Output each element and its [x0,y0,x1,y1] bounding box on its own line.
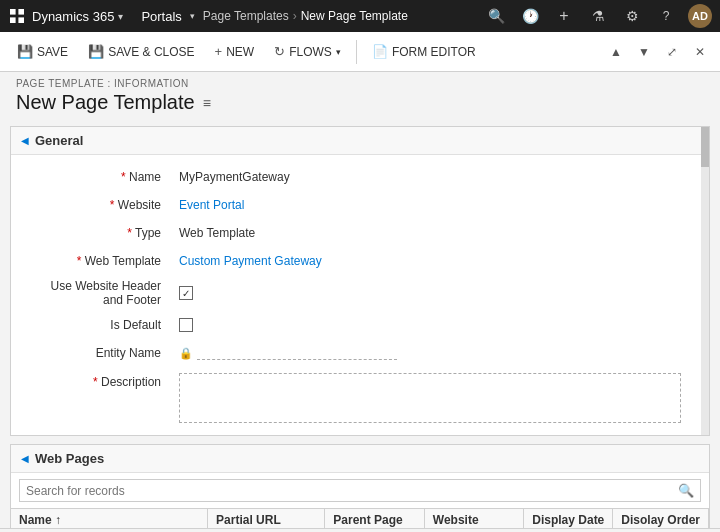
svg-rect-3 [18,17,24,23]
grid-icon[interactable] [8,7,26,25]
type-value[interactable]: Web Template [171,224,709,242]
web-pages-title: Web Pages [35,451,104,466]
web-pages-triangle: ◀ [21,453,29,464]
form-editor-label: FORM EDITOR [392,45,476,59]
website-label: Website [11,196,171,214]
general-title: General [35,133,83,148]
description-row: Description [11,367,709,427]
flows-icon: ↻ [274,44,285,59]
save-close-label: SAVE & CLOSE [108,45,194,59]
website-value[interactable]: Event Portal [171,196,709,214]
col-url[interactable]: Partial URL [208,509,325,528]
type-row: Type Web Template [11,219,709,247]
svg-rect-1 [18,9,24,15]
type-label: Type [11,224,171,242]
clock-icon[interactable]: 🕐 [518,4,542,28]
svg-rect-0 [10,9,16,15]
entity-name-input[interactable] [197,346,397,360]
breadcrumb-current: New Page Template [301,9,408,23]
app-name[interactable]: Dynamics 365 [32,9,114,24]
use-header-footer-checkbox[interactable] [179,286,193,300]
page-header-label: PAGE TEMPLATE : INFORMATION [16,78,704,89]
plus-icon[interactable]: + [552,4,576,28]
portals-nav[interactable]: Portals ▾ [135,9,202,24]
page-header-title: New Page Template ≡ [16,91,704,118]
nav-more-button[interactable]: ✕ [688,40,712,64]
general-scroll-thumb[interactable] [701,127,709,167]
lock-icon: 🔒 [179,347,193,360]
app-chevron: ▾ [118,11,123,22]
table-header: Name ↑ Partial URL Parent Page Website D… [11,508,709,528]
col-display-order[interactable]: Disolay Order [613,509,709,528]
gear-icon[interactable]: ⚙ [620,4,644,28]
toolbar-right: ▲ ▼ ⤢ ✕ [604,40,712,64]
new-icon: + [215,44,223,59]
nav-icons-right: 🔍 🕐 + ⚗ ⚙ ? AD [484,4,712,28]
entity-name-value[interactable]: 🔒 [171,344,709,362]
top-nav-bar: Dynamics 365 ▾ Portals ▾ Page Templates … [0,0,720,32]
entity-name-label: Entity Name [11,344,171,362]
search-bar[interactable]: 🔍 [19,479,701,502]
general-scrollbar[interactable] [701,127,709,435]
flows-button[interactable]: ↻ FLOWS ▾ [265,39,350,64]
page-title-text: New Page Template [16,91,195,114]
description-textarea[interactable] [179,373,681,423]
title-menu-icon[interactable]: ≡ [203,95,211,111]
new-button[interactable]: + NEW [206,39,264,64]
filter-icon[interactable]: ⚗ [586,4,610,28]
name-label: Name [11,168,171,186]
flows-chevron: ▾ [336,47,341,57]
save-button[interactable]: 💾 SAVE [8,39,77,64]
use-header-footer-label: Use Website Header and Footer [11,277,171,309]
search-icon: 🔍 [678,483,694,498]
toolbar: 💾 SAVE 💾 SAVE & CLOSE + NEW ↻ FLOWS ▾ 📄 … [0,32,720,72]
name-value[interactable]: MyPaymentGateway [171,168,709,186]
col-display-date[interactable]: Display Date [524,509,613,528]
search-icon[interactable]: 🔍 [484,4,508,28]
general-triangle: ◀ [21,135,29,146]
nav-down-button[interactable]: ▼ [632,40,656,64]
general-form-body: Name MyPaymentGateway Website Event Port… [11,155,709,435]
toolbar-separator [356,40,357,64]
form-editor-icon: 📄 [372,44,388,59]
page-header: PAGE TEMPLATE : INFORMATION New Page Tem… [0,72,720,118]
description-label: Description [11,371,171,391]
general-section-header[interactable]: ◀ General [11,127,709,155]
col-parent[interactable]: Parent Page [325,509,424,528]
search-input[interactable] [26,484,678,498]
use-header-footer-value [171,284,709,302]
breadcrumb: Page Templates › New Page Template [203,9,484,23]
is-default-checkbox[interactable] [179,318,193,332]
avatar[interactable]: AD [688,4,712,28]
entity-name-row: Entity Name 🔒 [11,339,709,367]
save-label: SAVE [37,45,68,59]
nav-up-button[interactable]: ▲ [604,40,628,64]
col-website[interactable]: Website [425,509,524,528]
save-close-icon: 💾 [88,44,104,59]
use-header-footer-row: Use Website Header and Footer [11,275,709,311]
is-default-value [171,316,709,334]
help-icon[interactable]: ? [654,4,678,28]
save-icon: 💾 [17,44,33,59]
col-name[interactable]: Name ↑ [11,509,208,528]
name-row: Name MyPaymentGateway [11,163,709,191]
nav-expand-button[interactable]: ⤢ [660,40,684,64]
form-editor-button[interactable]: 📄 FORM EDITOR [363,39,485,64]
new-label: NEW [226,45,254,59]
is-default-label: Is Default [11,316,171,334]
web-template-value[interactable]: Custom Payment Gateway [171,252,709,270]
portals-label[interactable]: Portals [135,9,187,24]
svg-rect-2 [10,17,16,23]
bottom-bar: ⤢ [0,528,720,532]
is-default-row: Is Default [11,311,709,339]
save-close-button[interactable]: 💾 SAVE & CLOSE [79,39,203,64]
content-area: ◀ General Name MyPaymentGateway Website … [0,118,720,528]
description-value [171,371,709,425]
portals-chevron: ▾ [190,11,195,21]
breadcrumb-page-templates[interactable]: Page Templates [203,9,289,23]
general-section: ◀ General Name MyPaymentGateway Website … [10,126,710,436]
web-pages-section-header[interactable]: ◀ Web Pages [11,445,709,473]
breadcrumb-sep: › [293,9,297,23]
web-pages-section: ◀ Web Pages 🔍 Name ↑ Partial URL Parent … [10,444,710,528]
web-template-row: Web Template Custom Payment Gateway [11,247,709,275]
